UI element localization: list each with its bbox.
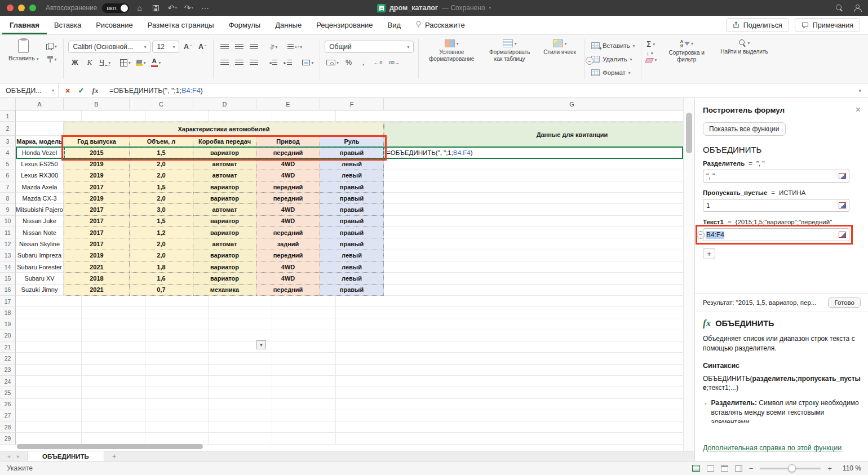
vertical-scrollbar-thumb[interactable] bbox=[686, 113, 692, 153]
cell[interactable] bbox=[82, 110, 145, 122]
undo-icon[interactable]: ↶▾ bbox=[167, 3, 178, 12]
cell[interactable] bbox=[209, 376, 272, 387]
cell[interactable] bbox=[384, 181, 683, 193]
cell[interactable]: 2017 bbox=[64, 227, 130, 238]
copy-button[interactable]: ▾ bbox=[44, 41, 59, 52]
cell[interactable]: левый bbox=[320, 158, 384, 170]
cell[interactable]: Mitsubishi Pajero bbox=[16, 204, 64, 215]
argument-input-2[interactable]: B4:F4 bbox=[703, 228, 849, 241]
merge-center-button[interactable]: ▾ bbox=[300, 56, 315, 69]
cell[interactable]: вариатор bbox=[193, 250, 256, 261]
cell[interactable]: передний bbox=[256, 181, 320, 193]
cell[interactable] bbox=[209, 353, 272, 364]
cell[interactable]: правый bbox=[320, 285, 384, 296]
cell[interactable]: 1,5 bbox=[130, 181, 193, 193]
cell[interactable] bbox=[145, 376, 209, 387]
cell[interactable] bbox=[384, 204, 683, 215]
comma-format-button[interactable]: , bbox=[357, 56, 370, 69]
cell[interactable] bbox=[82, 399, 145, 410]
cell[interactable] bbox=[384, 158, 683, 170]
more-icon[interactable]: ··· bbox=[200, 3, 211, 12]
cell[interactable] bbox=[145, 365, 209, 376]
insert-cells-button[interactable]: +Вставить▾ bbox=[590, 39, 637, 52]
cell[interactable] bbox=[145, 433, 209, 444]
cell[interactable] bbox=[145, 353, 209, 364]
align-bottom-button[interactable] bbox=[247, 41, 260, 53]
cell[interactable] bbox=[384, 216, 683, 227]
row-header-5[interactable]: 5 bbox=[0, 158, 16, 170]
align-middle-button[interactable] bbox=[233, 41, 246, 53]
delete-cells-button[interactable]: −Удалить▾ bbox=[590, 53, 637, 65]
range-selector-icon[interactable] bbox=[839, 173, 846, 179]
percent-format-button[interactable]: % bbox=[342, 56, 355, 69]
cell[interactable]: передний bbox=[256, 193, 320, 204]
row-header-1[interactable]: 1 bbox=[0, 110, 16, 122]
cell[interactable]: 2019 bbox=[64, 193, 130, 204]
row-header-29[interactable]: 29 bbox=[0, 433, 16, 444]
ribbon-tab-review[interactable]: Рецензирование bbox=[309, 16, 380, 34]
cell[interactable] bbox=[16, 365, 82, 376]
comments-button[interactable]: Примечания bbox=[795, 18, 860, 32]
cell[interactable] bbox=[145, 421, 209, 433]
cell[interactable]: передний bbox=[256, 285, 320, 296]
page-layout-view-icon[interactable] bbox=[721, 465, 728, 472]
cell[interactable] bbox=[82, 318, 145, 330]
range-selector-icon[interactable] bbox=[839, 232, 846, 238]
name-box[interactable]: ОБЪЕДИ... ▾ bbox=[0, 83, 59, 97]
close-panel-button[interactable]: × bbox=[856, 105, 861, 115]
cell[interactable]: правый bbox=[320, 204, 384, 215]
row-header-11[interactable]: 11 bbox=[0, 227, 16, 238]
cell[interactable]: левый bbox=[320, 273, 384, 284]
cell[interactable] bbox=[336, 399, 683, 410]
cell[interactable] bbox=[272, 433, 336, 444]
formula-bar-collapse-icon[interactable]: ▾ bbox=[858, 88, 868, 94]
cell[interactable] bbox=[16, 399, 82, 410]
cell[interactable]: 2017 bbox=[64, 238, 130, 250]
row-header-13[interactable]: 13 bbox=[0, 250, 16, 261]
cell[interactable] bbox=[336, 421, 683, 433]
increase-indent-button[interactable]: ▸ bbox=[281, 56, 294, 69]
row-header-17[interactable]: 17 bbox=[0, 296, 16, 307]
cell[interactable]: 2017 bbox=[64, 204, 130, 215]
decrease-decimal-button[interactable]: .00→ bbox=[386, 56, 401, 69]
cell[interactable] bbox=[82, 341, 145, 353]
header-cell[interactable]: Руль bbox=[320, 136, 384, 147]
fill-color-button[interactable]: ▾ bbox=[134, 56, 148, 69]
cell[interactable]: 4WD bbox=[256, 261, 320, 273]
cell[interactable]: правый bbox=[320, 193, 384, 204]
cell[interactable] bbox=[209, 399, 272, 410]
merged-receipt-header[interactable]: Данные для квитанции bbox=[384, 122, 683, 147]
cell[interactable] bbox=[336, 376, 683, 387]
cell[interactable]: 1,6 bbox=[130, 273, 193, 284]
format-cells-button[interactable]: Формат▾ bbox=[590, 66, 637, 79]
cell[interactable]: 2021 bbox=[64, 285, 130, 296]
borders-button[interactable]: ▾ bbox=[118, 56, 132, 69]
home-icon[interactable]: ⌂ bbox=[134, 3, 145, 12]
row-header-7[interactable]: 7 bbox=[0, 181, 16, 193]
cell[interactable] bbox=[272, 410, 336, 421]
cell-styles-button[interactable]: ▾ Стили ячеек bbox=[539, 38, 580, 57]
cell[interactable] bbox=[384, 193, 683, 204]
cell[interactable]: Subaru Impreza bbox=[16, 250, 64, 261]
cell[interactable] bbox=[82, 365, 145, 376]
cell[interactable]: левый bbox=[320, 170, 384, 181]
row-header-28[interactable]: 28 bbox=[0, 421, 16, 433]
minimize-window-button[interactable] bbox=[18, 5, 25, 11]
row-header-24[interactable]: 24 bbox=[0, 376, 16, 387]
underline-button[interactable]: Ч ▾ bbox=[98, 56, 112, 69]
cell[interactable] bbox=[272, 110, 336, 122]
cell[interactable]: 2,0 bbox=[130, 250, 193, 261]
ribbon-tab-data[interactable]: Данные bbox=[268, 16, 309, 34]
cell[interactable] bbox=[82, 421, 145, 433]
cell[interactable]: 2,0 bbox=[130, 193, 193, 204]
cell[interactable] bbox=[336, 318, 683, 330]
cell[interactable]: Subaru XV bbox=[16, 273, 64, 284]
find-select-button[interactable]: ▾ Найти и выделить bbox=[716, 38, 772, 56]
zoom-out-button[interactable]: − bbox=[749, 464, 754, 473]
cell[interactable]: Honda Vezel bbox=[16, 147, 64, 158]
cell[interactable] bbox=[209, 387, 272, 398]
cell[interactable] bbox=[336, 296, 683, 307]
row-header-20[interactable]: 20 bbox=[0, 330, 16, 341]
currency-format-button[interactable]: ▾ bbox=[325, 56, 340, 69]
fill-button[interactable]: ↓▾ bbox=[646, 50, 657, 56]
